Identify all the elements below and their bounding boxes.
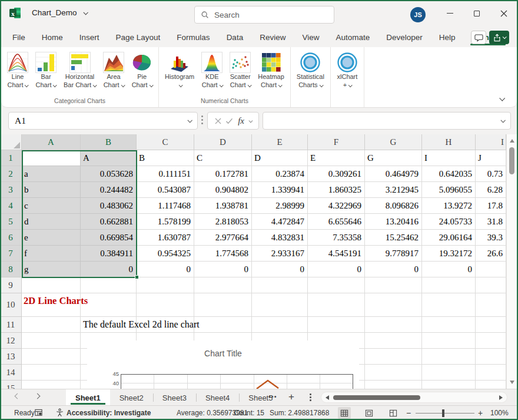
- cell-A14[interactable]: [22, 365, 81, 381]
- user-avatar[interactable]: JS: [410, 7, 426, 22]
- row-header-6[interactable]: 6: [0, 230, 22, 246]
- cell-G1[interactable]: G: [365, 150, 422, 166]
- row-header-8[interactable]: 8: [0, 262, 22, 277]
- ribbon-button-line-chart[interactable]: LineChart: [4, 50, 32, 89]
- cell-text-default-line-chart-note[interactable]: The default Excel 2d line chart: [83, 319, 200, 330]
- cell-D1[interactable]: C: [194, 150, 252, 166]
- cell-H12[interactable]: [422, 333, 476, 349]
- row-header-7[interactable]: 7: [0, 246, 22, 262]
- column-header-A[interactable]: A: [22, 134, 81, 150]
- cell-F9[interactable]: [308, 277, 365, 293]
- cell-D9[interactable]: [194, 277, 252, 293]
- cell-I14[interactable]: [476, 365, 506, 381]
- comments-button[interactable]: [471, 31, 486, 44]
- menu-tab-data[interactable]: Data: [226, 28, 244, 46]
- ribbon-button-statistical-charts[interactable]: StatisticalCharts: [293, 50, 328, 89]
- cell-B8[interactable]: 0: [81, 262, 137, 277]
- cell-G3[interactable]: 3.212945: [365, 182, 422, 198]
- cell-A2[interactable]: a: [22, 166, 81, 182]
- cell-E9[interactable]: [252, 277, 308, 293]
- formula-input[interactable]: [263, 112, 511, 130]
- column-header-I[interactable]: I: [476, 134, 506, 150]
- scroll-left-icon[interactable]: [326, 395, 329, 400]
- cell-G13[interactable]: [365, 349, 422, 365]
- cell-G4[interactable]: 8.096826: [365, 198, 422, 214]
- cell-A4[interactable]: c: [22, 198, 81, 214]
- cell-G8[interactable]: 0: [365, 262, 422, 277]
- ribbon-button-area-chart[interactable]: AreaChart: [99, 50, 128, 89]
- chart-title[interactable]: Chart Title: [87, 349, 359, 358]
- cell-G9[interactable]: [365, 277, 422, 293]
- row-header-10[interactable]: 10: [0, 293, 22, 317]
- scroll-right-icon[interactable]: [499, 395, 503, 400]
- cell-A5[interactable]: d: [22, 214, 81, 230]
- cell-H6[interactable]: 29.06164: [422, 230, 476, 246]
- row-header-11[interactable]: 11: [0, 317, 22, 333]
- cell-text-2d-line-charts[interactable]: 2D Line Charts: [24, 295, 88, 307]
- next-sheet-button[interactable]: [35, 394, 42, 401]
- cell-C8[interactable]: 0: [137, 262, 194, 277]
- cell-F2[interactable]: 0.309261: [308, 166, 365, 182]
- column-header-E[interactable]: E: [252, 134, 308, 150]
- row-header-2[interactable]: 2: [0, 166, 22, 182]
- row-header-4[interactable]: 4: [0, 198, 22, 214]
- row-header-5[interactable]: 5: [0, 214, 22, 230]
- new-sheet-button[interactable]: +: [288, 391, 294, 403]
- cell-H4[interactable]: 13.9272: [422, 198, 476, 214]
- search-input[interactable]: [214, 11, 308, 19]
- cell-G14[interactable]: [365, 365, 422, 381]
- cell-F10[interactable]: [308, 293, 365, 317]
- cell-A15[interactable]: [22, 381, 81, 389]
- cell-E4[interactable]: 2.98999: [252, 198, 308, 214]
- maximize-button[interactable]: [464, 0, 490, 27]
- row-header-1[interactable]: 1: [0, 150, 22, 166]
- cell-C4[interactable]: 1.117468: [137, 198, 194, 214]
- cell-A9[interactable]: [22, 277, 81, 293]
- macro-record-icon[interactable]: [34, 408, 43, 417]
- column-header-H[interactable]: H: [422, 134, 476, 150]
- cell-A1[interactable]: [22, 150, 81, 166]
- cell-C3[interactable]: 0.543087: [137, 182, 194, 198]
- scroll-down-icon[interactable]: [510, 381, 514, 384]
- share-button[interactable]: [489, 31, 509, 44]
- cell-F4[interactable]: 4.322969: [308, 198, 365, 214]
- select-all-corner[interactable]: [0, 134, 22, 150]
- cell-E8[interactable]: 0: [252, 262, 308, 277]
- cell-A11[interactable]: [22, 317, 81, 333]
- cell-I12[interactable]: [476, 333, 506, 349]
- sheet-tab-sheet4[interactable]: Sheet4: [196, 389, 239, 406]
- cell-I7[interactable]: 26.6: [476, 246, 506, 262]
- zoom-out-button[interactable]: −: [406, 408, 411, 418]
- cell-H15[interactable]: [422, 381, 476, 389]
- row-header-13[interactable]: 13: [0, 349, 22, 365]
- cell-H8[interactable]: 0: [422, 262, 476, 277]
- vertical-scrollbar[interactable]: [506, 134, 517, 389]
- cell-E11[interactable]: [252, 317, 308, 333]
- cell-E2[interactable]: 0.23874: [252, 166, 308, 182]
- menu-tab-view[interactable]: View: [301, 28, 320, 46]
- cell-B2[interactable]: 0.053628: [81, 166, 137, 182]
- page-break-preview-button[interactable]: [387, 407, 400, 419]
- cell-C10[interactable]: [137, 293, 194, 317]
- cell-F7[interactable]: 4.545191: [308, 246, 365, 262]
- document-title[interactable]: Chart_Demo: [32, 8, 87, 17]
- cell-B1[interactable]: A: [81, 150, 137, 166]
- cancel-icon[interactable]: [215, 118, 221, 124]
- cell-F5[interactable]: 6.655646: [308, 214, 365, 230]
- cell-E6[interactable]: 4.832831: [252, 230, 308, 246]
- cell-I2[interactable]: 0.73: [476, 166, 506, 182]
- zoom-slider-thumb[interactable]: [442, 409, 444, 417]
- previous-sheet-button[interactable]: [15, 394, 22, 401]
- row-header-15[interactable]: 15: [0, 381, 22, 389]
- column-header-G[interactable]: G: [365, 134, 422, 150]
- cell-B3[interactable]: 0.244482: [81, 182, 137, 198]
- column-header-D[interactable]: D: [194, 134, 252, 150]
- cell-H3[interactable]: 5.096055: [422, 182, 476, 198]
- cell-G15[interactable]: [365, 381, 422, 389]
- cell-E3[interactable]: 1.339941: [252, 182, 308, 198]
- horizontal-scrollbar-thumb[interactable]: [333, 395, 420, 400]
- cell-C7[interactable]: 0.954325: [137, 246, 194, 262]
- menu-tab-developer[interactable]: Developer: [386, 28, 423, 46]
- menu-tab-file[interactable]: File: [12, 28, 26, 46]
- cell-A8[interactable]: g: [22, 262, 81, 277]
